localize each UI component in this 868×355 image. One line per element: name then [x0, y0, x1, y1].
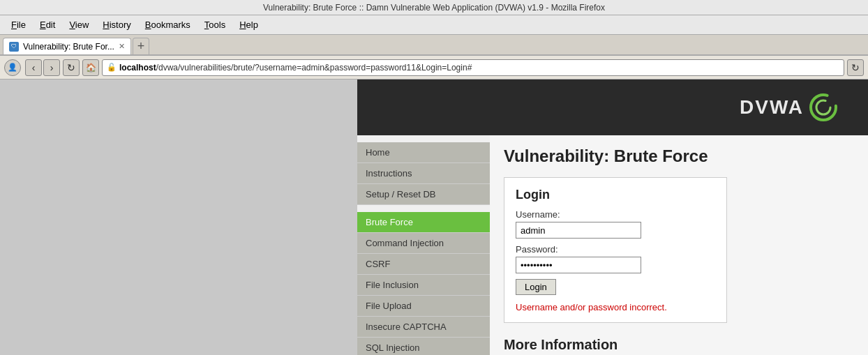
back-button[interactable]: ‹	[25, 59, 42, 76]
svg-point-1	[816, 100, 830, 114]
browser-content: DVWA Home Instructions Setup / Reset DB	[0, 80, 868, 355]
dvwa-logo-text: DVWA	[740, 96, 804, 119]
forward-button[interactable]: ›	[43, 59, 60, 76]
username-input[interactable]	[516, 222, 641, 239]
sidebar-item-file-upload[interactable]: File Upload	[357, 296, 490, 317]
sidebar-item-command-injection[interactable]: Command Injection	[357, 233, 490, 254]
tab-bar: 🛡 Vulnerability: Brute For... ✕ +	[0, 35, 868, 56]
sidebar-item-csrf[interactable]: CSRF	[357, 254, 490, 275]
dvwa-swirl-icon	[807, 91, 840, 124]
menu-bar: File Edit View History Bookmarks Tools H…	[0, 15, 868, 35]
address-host: localhost	[119, 63, 156, 73]
new-tab-button[interactable]: +	[133, 38, 149, 54]
sidebar-item-instructions[interactable]: Instructions	[357, 163, 490, 184]
nav-bar: 👤 ‹ › ↻ 🏠 🔓 localhost /dvwa/vulnerabilit…	[0, 56, 868, 80]
menu-history[interactable]: History	[97, 17, 136, 32]
dvwa-body: Home Instructions Setup / Reset DB Brute…	[357, 135, 868, 355]
profile-icon[interactable]: 👤	[4, 59, 21, 76]
right-panel: DVWA Home Instructions Setup / Reset DB	[357, 80, 868, 355]
sidebar-item-home[interactable]: Home	[357, 142, 490, 163]
more-info-title: More Information	[504, 337, 854, 353]
nav-section-top: Home Instructions Setup / Reset DB	[357, 142, 490, 205]
title-text: Vulnerability: Brute Force :: Damn Vulne…	[263, 3, 605, 13]
refresh-button[interactable]: ↻	[63, 59, 80, 76]
login-button[interactable]: Login	[516, 279, 556, 295]
menu-tools[interactable]: Tools	[199, 17, 231, 32]
error-message: Username and/or password incorrect.	[516, 302, 715, 312]
security-icon: 🔓	[107, 63, 117, 72]
tab-label: Vulnerability: Brute For...	[23, 42, 114, 52]
sidebar-item-setup[interactable]: Setup / Reset DB	[357, 184, 490, 205]
menu-help[interactable]: Help	[234, 17, 264, 32]
menu-edit[interactable]: Edit	[34, 17, 61, 32]
menu-view[interactable]: View	[63, 17, 94, 32]
main-content: Vulnerability: Brute Force Login Usernam…	[490, 135, 868, 355]
nav-section-vulnerabilities: Brute Force Command Injection CSRF File …	[357, 212, 490, 355]
password-input[interactable]	[516, 257, 641, 273]
password-label: Password:	[516, 244, 715, 255]
dvwa-logo: DVWA	[740, 91, 840, 124]
login-title: Login	[516, 188, 715, 202]
address-bar[interactable]: 🔓 localhost /dvwa/vulnerabilities/brute/…	[102, 59, 844, 76]
sidebar-item-insecure-captcha[interactable]: Insecure CAPTCHA	[357, 317, 490, 338]
menu-bookmarks[interactable]: Bookmarks	[140, 17, 196, 32]
tab-close-button[interactable]: ✕	[119, 42, 125, 51]
sidebar-item-file-inclusion[interactable]: File Inclusion	[357, 275, 490, 296]
address-path: /dvwa/vulnerabilities/brute/?username=ad…	[156, 63, 472, 73]
username-label: Username:	[516, 209, 715, 220]
svg-point-0	[811, 95, 836, 120]
tab-1[interactable]: 🛡 Vulnerability: Brute For... ✕	[3, 38, 131, 54]
login-box: Login Username: Password: Login Username…	[504, 177, 727, 323]
home-button[interactable]: 🏠	[82, 59, 99, 76]
page-title: Vulnerability: Brute Force	[504, 146, 854, 166]
sidebar-item-sql-injection[interactable]: SQL Injection	[357, 338, 490, 355]
title-bar: Vulnerability: Brute Force :: Damn Vulne…	[0, 0, 868, 15]
menu-file[interactable]: File	[6, 17, 31, 32]
sidebar-item-brute-force[interactable]: Brute Force	[357, 212, 490, 233]
nav-refresh-right[interactable]: ↻	[847, 59, 864, 76]
left-panel	[0, 80, 357, 355]
tab-favicon: 🛡	[9, 42, 19, 52]
dvwa-header: DVWA	[357, 80, 868, 135]
sidebar-nav: Home Instructions Setup / Reset DB Brute…	[357, 135, 490, 355]
